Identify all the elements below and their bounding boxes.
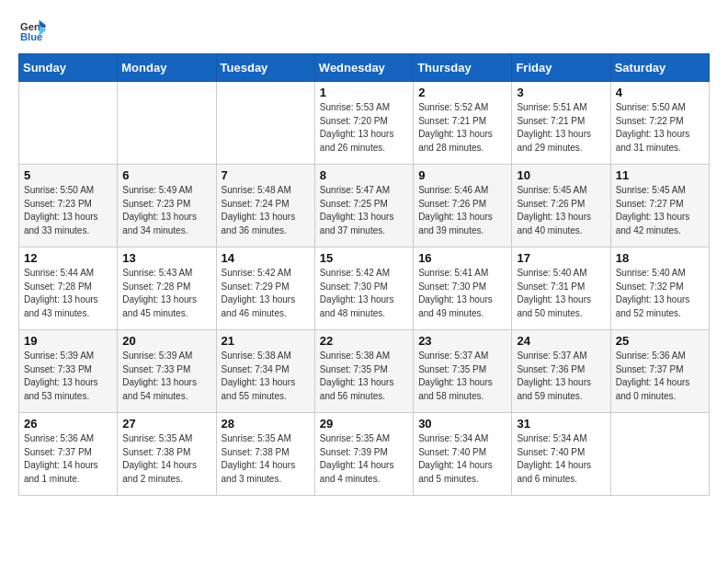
day-number: 14 [222, 251, 310, 265]
day-number: 4 [616, 86, 704, 99]
day-number: 8 [320, 168, 408, 182]
weekday-header: Tuesday [216, 54, 314, 82]
day-number: 7 [222, 168, 310, 182]
day-number: 9 [418, 168, 506, 182]
calendar-header-row: SundayMondayTuesdayWednesdayThursdayFrid… [19, 54, 710, 82]
calendar-cell: 21Sunrise: 5:38 AM Sunset: 7:34 PM Dayli… [216, 330, 314, 413]
day-number: 17 [517, 251, 605, 265]
day-number: 2 [418, 86, 506, 99]
calendar-week-row: 26Sunrise: 5:36 AM Sunset: 7:37 PM Dayli… [19, 413, 710, 496]
day-number: 19 [24, 334, 112, 348]
calendar-cell: 30Sunrise: 5:34 AM Sunset: 7:40 PM Dayli… [414, 413, 512, 496]
cell-info: Sunrise: 5:35 AM Sunset: 7:38 PM Dayligh… [122, 432, 210, 486]
day-number: 22 [320, 334, 408, 348]
cell-info: Sunrise: 5:40 AM Sunset: 7:32 PM Dayligh… [616, 267, 704, 320]
calendar-cell: 6Sunrise: 5:49 AM Sunset: 7:23 PM Daylig… [118, 165, 216, 247]
day-number: 23 [418, 334, 506, 348]
calendar-cell: 18Sunrise: 5:40 AM Sunset: 7:32 PM Dayli… [610, 247, 709, 330]
day-number: 1 [320, 86, 408, 99]
day-number: 6 [122, 168, 210, 182]
calendar-cell: 29Sunrise: 5:35 AM Sunset: 7:39 PM Dayli… [314, 413, 413, 496]
calendar-cell: 26Sunrise: 5:36 AM Sunset: 7:37 PM Dayli… [19, 413, 118, 496]
cell-info: Sunrise: 5:42 AM Sunset: 7:29 PM Dayligh… [222, 267, 310, 320]
cell-info: Sunrise: 5:45 AM Sunset: 7:26 PM Dayligh… [517, 184, 605, 237]
day-number: 3 [517, 86, 605, 99]
cell-info: Sunrise: 5:37 AM Sunset: 7:35 PM Dayligh… [418, 350, 506, 403]
cell-info: Sunrise: 5:42 AM Sunset: 7:30 PM Dayligh… [320, 267, 408, 320]
day-number: 13 [122, 251, 210, 265]
cell-info: Sunrise: 5:50 AM Sunset: 7:23 PM Dayligh… [24, 184, 112, 237]
day-number: 25 [616, 334, 704, 348]
logo: General Blue [18, 18, 50, 44]
calendar-week-row: 12Sunrise: 5:44 AM Sunset: 7:28 PM Dayli… [19, 247, 710, 330]
day-number: 27 [122, 417, 210, 431]
cell-info: Sunrise: 5:37 AM Sunset: 7:36 PM Dayligh… [517, 350, 605, 403]
day-number: 16 [418, 251, 506, 265]
calendar-cell: 14Sunrise: 5:42 AM Sunset: 7:29 PM Dayli… [216, 247, 314, 330]
calendar-table: SundayMondayTuesdayWednesdayThursdayFrid… [18, 53, 710, 496]
cell-info: Sunrise: 5:44 AM Sunset: 7:28 PM Dayligh… [24, 267, 112, 320]
cell-info: Sunrise: 5:40 AM Sunset: 7:31 PM Dayligh… [517, 267, 605, 320]
day-number: 10 [517, 168, 605, 182]
calendar-cell: 25Sunrise: 5:36 AM Sunset: 7:37 PM Dayli… [610, 330, 709, 413]
day-number: 26 [24, 417, 112, 431]
calendar-cell: 28Sunrise: 5:35 AM Sunset: 7:38 PM Dayli… [216, 413, 314, 496]
calendar-week-row: 19Sunrise: 5:39 AM Sunset: 7:33 PM Dayli… [19, 330, 710, 413]
logo-icon: General Blue [20, 18, 46, 44]
calendar-week-row: 5Sunrise: 5:50 AM Sunset: 7:23 PM Daylig… [19, 165, 710, 247]
day-number: 24 [517, 334, 605, 348]
day-number: 12 [24, 251, 112, 265]
calendar-cell: 8Sunrise: 5:47 AM Sunset: 7:25 PM Daylig… [314, 165, 413, 247]
cell-info: Sunrise: 5:36 AM Sunset: 7:37 PM Dayligh… [24, 432, 112, 486]
cell-info: Sunrise: 5:39 AM Sunset: 7:33 PM Dayligh… [122, 350, 210, 403]
calendar-cell: 16Sunrise: 5:41 AM Sunset: 7:30 PM Dayli… [414, 247, 512, 330]
cell-info: Sunrise: 5:43 AM Sunset: 7:28 PM Dayligh… [122, 267, 210, 320]
calendar-cell: 11Sunrise: 5:45 AM Sunset: 7:27 PM Dayli… [610, 165, 709, 247]
calendar-cell [19, 82, 118, 165]
day-number: 28 [222, 417, 310, 431]
calendar-cell: 12Sunrise: 5:44 AM Sunset: 7:28 PM Dayli… [19, 247, 118, 330]
day-number: 5 [24, 168, 112, 182]
cell-info: Sunrise: 5:51 AM Sunset: 7:21 PM Dayligh… [517, 101, 605, 155]
calendar-cell [216, 82, 314, 165]
cell-info: Sunrise: 5:46 AM Sunset: 7:26 PM Dayligh… [418, 184, 506, 237]
calendar-cell: 13Sunrise: 5:43 AM Sunset: 7:28 PM Dayli… [118, 247, 216, 330]
cell-info: Sunrise: 5:38 AM Sunset: 7:34 PM Dayligh… [222, 350, 310, 403]
calendar-cell: 27Sunrise: 5:35 AM Sunset: 7:38 PM Dayli… [118, 413, 216, 496]
cell-info: Sunrise: 5:52 AM Sunset: 7:21 PM Dayligh… [418, 101, 506, 155]
calendar-cell [610, 413, 709, 496]
calendar-cell: 22Sunrise: 5:38 AM Sunset: 7:35 PM Dayli… [314, 330, 413, 413]
day-number: 11 [616, 168, 704, 182]
cell-info: Sunrise: 5:36 AM Sunset: 7:37 PM Dayligh… [616, 350, 704, 403]
day-number: 29 [320, 417, 408, 431]
cell-info: Sunrise: 5:35 AM Sunset: 7:39 PM Dayligh… [320, 432, 408, 486]
day-number: 18 [616, 251, 704, 265]
day-number: 30 [418, 417, 506, 431]
weekday-header: Monday [118, 54, 216, 82]
cell-info: Sunrise: 5:49 AM Sunset: 7:23 PM Dayligh… [122, 184, 210, 237]
calendar-cell: 23Sunrise: 5:37 AM Sunset: 7:35 PM Dayli… [414, 330, 512, 413]
weekday-header: Thursday [414, 54, 512, 82]
calendar-cell: 1Sunrise: 5:53 AM Sunset: 7:20 PM Daylig… [314, 82, 413, 165]
cell-info: Sunrise: 5:53 AM Sunset: 7:20 PM Dayligh… [320, 101, 408, 155]
weekday-header: Sunday [19, 54, 118, 82]
weekday-header: Friday [512, 54, 610, 82]
calendar-cell: 9Sunrise: 5:46 AM Sunset: 7:26 PM Daylig… [414, 165, 512, 247]
day-number: 21 [222, 334, 310, 348]
calendar-cell: 4Sunrise: 5:50 AM Sunset: 7:22 PM Daylig… [610, 82, 709, 165]
cell-info: Sunrise: 5:39 AM Sunset: 7:33 PM Dayligh… [24, 350, 112, 403]
cell-info: Sunrise: 5:48 AM Sunset: 7:24 PM Dayligh… [222, 184, 310, 237]
page-header: General Blue [18, 18, 710, 44]
cell-info: Sunrise: 5:35 AM Sunset: 7:38 PM Dayligh… [222, 432, 310, 486]
weekday-header: Saturday [610, 54, 709, 82]
calendar-cell: 3Sunrise: 5:51 AM Sunset: 7:21 PM Daylig… [512, 82, 610, 165]
cell-info: Sunrise: 5:50 AM Sunset: 7:22 PM Dayligh… [616, 101, 704, 155]
calendar-cell: 31Sunrise: 5:34 AM Sunset: 7:40 PM Dayli… [512, 413, 610, 496]
calendar-cell: 5Sunrise: 5:50 AM Sunset: 7:23 PM Daylig… [19, 165, 118, 247]
cell-info: Sunrise: 5:34 AM Sunset: 7:40 PM Dayligh… [418, 432, 506, 486]
calendar-cell: 19Sunrise: 5:39 AM Sunset: 7:33 PM Dayli… [19, 330, 118, 413]
cell-info: Sunrise: 5:41 AM Sunset: 7:30 PM Dayligh… [418, 267, 506, 320]
calendar-cell: 7Sunrise: 5:48 AM Sunset: 7:24 PM Daylig… [216, 165, 314, 247]
calendar-cell: 20Sunrise: 5:39 AM Sunset: 7:33 PM Dayli… [118, 330, 216, 413]
day-number: 20 [122, 334, 210, 348]
